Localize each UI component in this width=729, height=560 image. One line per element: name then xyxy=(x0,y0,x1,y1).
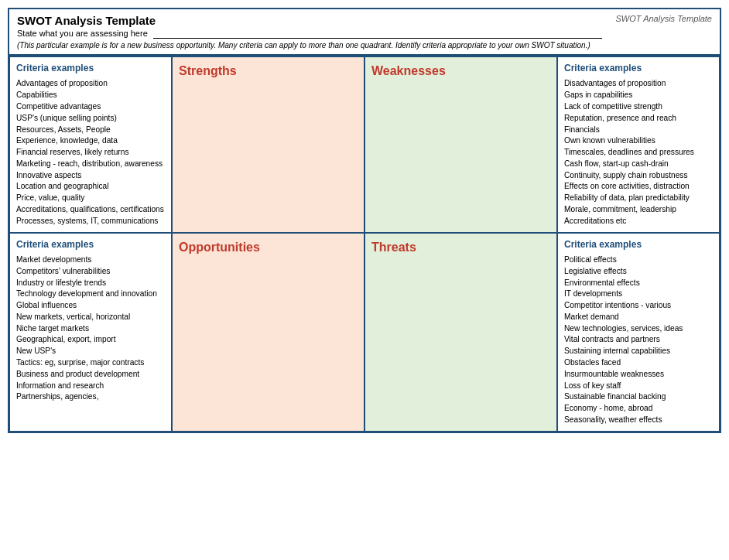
list-item: Global influences xyxy=(16,300,165,312)
header-note: (This particular example is for a new bu… xyxy=(17,40,712,51)
swot-template: SWOT Analysis Template SWOT Analysis Tem… xyxy=(8,8,721,433)
list-item: Niche target markets xyxy=(16,323,165,335)
list-item: Political effects xyxy=(564,254,713,266)
list-item: Environmental effects xyxy=(564,278,713,289)
watermark: SWOT Analysis Template xyxy=(615,14,712,23)
list-item: Information and research xyxy=(16,381,165,392)
list-item: Competitors' vulnerabilities xyxy=(16,266,165,278)
list-item: Lack of competitive strength xyxy=(564,101,713,113)
list-item: Technology development and innovation xyxy=(16,289,165,300)
threats-cell: Threats xyxy=(364,233,557,432)
list-item: Effects on core activities, distraction xyxy=(564,181,713,193)
list-item: Competitor intentions - various xyxy=(564,300,713,312)
list-item: Accreditations etc xyxy=(564,216,713,227)
criteria-top-left: Criteria examples Advantages of proposit… xyxy=(9,56,172,233)
list-item: IT developments xyxy=(564,289,713,300)
opportunities-heading: Opportunities xyxy=(179,238,358,256)
list-item: Marketing - reach, distribution, awarene… xyxy=(16,159,165,170)
swot-grid: Criteria examples Advantages of proposit… xyxy=(9,55,720,432)
strengths-heading: Strengths xyxy=(179,62,358,80)
list-item: Market developments xyxy=(16,254,165,266)
list-item: Price, value, quality xyxy=(16,193,165,204)
strengths-cell: Strengths xyxy=(172,56,364,233)
list-item: Accreditations, qualifications, certific… xyxy=(16,204,165,216)
list-item: Location and geographical xyxy=(16,181,165,193)
list-item: Financials xyxy=(564,125,713,136)
header: SWOT Analysis Template SWOT Analysis Tem… xyxy=(9,9,720,55)
list-item: New USP's xyxy=(16,346,165,357)
list-item: Reliability of data, plan predictability xyxy=(564,193,713,204)
list-item: Industry or lifestyle trends xyxy=(16,278,165,289)
criteria-top-right-list: Disadvantages of proposition Gaps in cap… xyxy=(564,78,713,227)
list-item: Reputation, presence and reach xyxy=(564,113,713,125)
list-item: Loss of key staff xyxy=(564,381,713,392)
opportunities-cell: Opportunities xyxy=(172,233,364,432)
list-item: Timescales, deadlines and pressures xyxy=(564,147,713,159)
list-item: Gaps in capabilities xyxy=(564,90,713,101)
list-item: Obstacles faced xyxy=(564,357,713,369)
weaknesses-heading: Weaknesses xyxy=(371,62,550,80)
list-item: New markets, vertical, horizontal xyxy=(16,312,165,323)
list-item: Experience, knowledge, data xyxy=(16,135,165,147)
list-item: Market demand xyxy=(564,312,713,323)
list-item: Financial reserves, likely returns xyxy=(16,147,165,159)
list-item: Tactics: eg, surprise, major contracts xyxy=(16,357,165,369)
criteria-bot-left: Criteria examples Market developments Co… xyxy=(9,233,172,432)
list-item: Business and product development xyxy=(16,369,165,381)
weaknesses-cell: Weaknesses xyxy=(364,56,557,233)
list-item: Legislative effects xyxy=(564,266,713,278)
list-item: Seasonality, weather effects xyxy=(564,415,713,426)
list-item: Own known vulnerabilities xyxy=(564,135,713,147)
criteria-top-left-heading: Criteria examples xyxy=(16,62,165,75)
list-item: Insurmountable weaknesses xyxy=(564,369,713,381)
list-item: New technologies, services, ideas xyxy=(564,323,713,335)
list-item: Sustainable financial backing xyxy=(564,391,713,403)
threats-heading: Threats xyxy=(371,238,550,256)
criteria-bot-left-heading: Criteria examples xyxy=(16,238,165,251)
criteria-bot-right-list: Political effects Legislative effects En… xyxy=(564,254,713,426)
list-item: Processes, systems, IT, communications xyxy=(16,216,165,227)
list-item: Resources, Assets, People xyxy=(16,125,165,136)
state-label: State what you are assessing here xyxy=(17,29,712,39)
criteria-bot-right: Criteria examples Political effects Legi… xyxy=(557,233,720,432)
criteria-top-left-list: Advantages of proposition Capabilities C… xyxy=(16,78,165,227)
list-item: Geographical, export, import xyxy=(16,334,165,346)
main-title: SWOT Analysis Template xyxy=(17,14,712,27)
list-item: Economy - home, abroad xyxy=(564,403,713,415)
list-item: Morale, commitment, leadership xyxy=(564,204,713,216)
list-item: Competitive advantages xyxy=(16,101,165,113)
list-item: Continuity, supply chain robustness xyxy=(564,170,713,182)
list-item: Innovative aspects xyxy=(16,170,165,182)
list-item: Disadvantages of proposition xyxy=(564,78,713,90)
list-item: USP's (unique selling points) xyxy=(16,113,165,125)
list-item: Advantages of proposition xyxy=(16,78,165,90)
list-item: Cash flow, start-up cash-drain xyxy=(564,159,713,170)
list-item: Capabilities xyxy=(16,90,165,101)
list-item: Sustaining internal capabilities xyxy=(564,346,713,357)
criteria-bot-left-list: Market developments Competitors' vulnera… xyxy=(16,254,165,403)
list-item: Partnerships, agencies, xyxy=(16,391,165,403)
criteria-bot-right-heading: Criteria examples xyxy=(564,238,713,251)
criteria-top-right: Criteria examples Disadvantages of propo… xyxy=(557,56,720,233)
criteria-top-right-heading: Criteria examples xyxy=(564,62,713,75)
list-item: Vital contracts and partners xyxy=(564,334,713,346)
